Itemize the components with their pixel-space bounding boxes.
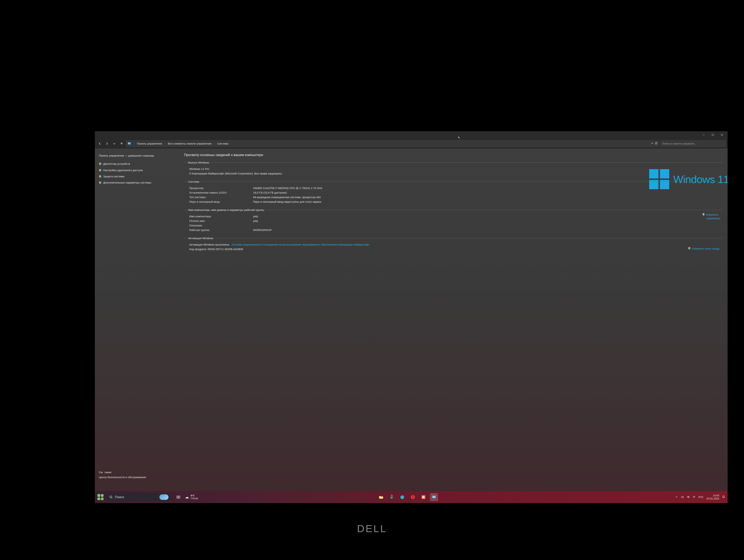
link-text: Изменить ключ проду [692, 247, 719, 250]
start-button[interactable] [98, 494, 104, 500]
sidebar-link-advanced[interactable]: Дополнительные параметры системы [99, 180, 175, 185]
forward-button[interactable] [104, 141, 110, 147]
refresh-button[interactable] [655, 142, 657, 145]
svg-rect-13 [379, 497, 383, 499]
chevron-right-icon: › [133, 143, 136, 145]
monitor-brand: DELL [357, 523, 387, 534]
time: 14:05 [706, 494, 719, 497]
svg-rect-24 [432, 496, 436, 498]
microsoft-store-icon[interactable] [388, 493, 396, 501]
close-button[interactable] [718, 132, 726, 138]
svg-rect-1 [712, 134, 714, 136]
activation-status: Активация Windows выполнена [189, 243, 229, 246]
svg-rect-26 [434, 496, 435, 497]
taskbar-left: Поиск ☁ 6°C Cloudy [98, 493, 198, 501]
label: Перо и сенсорный ввод: [189, 200, 253, 203]
sidebar-link-device-manager[interactable]: Диспетчер устройств [99, 161, 175, 166]
sidebar-link-remote[interactable]: Настройка удаленного доступа [99, 168, 175, 173]
breadcrumb-segment[interactable]: Панель управления [136, 142, 163, 146]
value: 16,0 ГБ (15,9 ГБ доступно) [253, 191, 722, 194]
control-panel-icon [127, 142, 131, 146]
svg-rect-18 [392, 498, 393, 498]
content: Просмотр основных сведений о вашем компь… [179, 149, 728, 491]
shield-icon [702, 213, 705, 217]
wifi-icon[interactable] [693, 495, 696, 499]
task-view-button[interactable] [174, 493, 182, 501]
window: ↖ › Панель управления [95, 131, 728, 503]
sidebar-link-label: Дополнительные параметры системы [103, 181, 151, 185]
change-product-key-link[interactable]: Изменить ключ проду [688, 247, 719, 251]
value: Перо и сенсорный ввод недоступны для это… [253, 200, 722, 203]
group-title: Активация Windows [188, 237, 215, 240]
svg-rect-17 [391, 498, 392, 498]
change-settings-link[interactable]: Изменить параметры [702, 213, 720, 220]
sidebar-link-protection[interactable]: Защита системы [99, 174, 175, 179]
onedrive-icon[interactable] [681, 495, 684, 499]
weather-widget[interactable]: ☁ 6°C Cloudy [185, 494, 198, 500]
breadcrumb-segment[interactable]: Система [217, 142, 229, 146]
value [253, 224, 722, 227]
chevron-right-icon: › [213, 143, 216, 145]
see-also: См. также Центр безопасности и обслужива… [99, 471, 175, 486]
up-button[interactable] [118, 141, 125, 147]
maximize-button[interactable] [709, 132, 717, 138]
language-indicator[interactable]: РУС [698, 496, 704, 498]
label: Тип системы: [189, 196, 253, 199]
copyright: © Корпорация Майкрософт (Microsoft Corpo… [189, 172, 722, 175]
edge-icon[interactable] [398, 493, 406, 501]
product-id-label: Код продукта: [189, 247, 207, 251]
opera-icon[interactable] [409, 493, 417, 501]
svg-rect-25 [433, 496, 434, 497]
navbar: › Панель управления › Все элементы панел… [95, 138, 728, 149]
back-button[interactable] [97, 141, 103, 147]
app-icon[interactable] [419, 493, 427, 501]
control-panel-home-link[interactable]: Панель управления — домашняя страница [99, 154, 175, 158]
group-computer-name: Имя компьютера, имя домена и параметры р… [184, 208, 722, 236]
search-highlight-icon [159, 494, 169, 500]
value: yety [253, 215, 722, 218]
label: Полное имя: [189, 219, 253, 223]
group-title: Имя компьютера, имя домена и параметры р… [188, 208, 266, 211]
label: Процессор: [189, 187, 253, 190]
weather-desc: Cloudy [191, 497, 198, 500]
label: Имя компьютера: [189, 215, 253, 218]
sidebar-link-label: Диспетчер устройств [103, 162, 130, 166]
notifications-icon[interactable] [722, 495, 725, 499]
search-icon [109, 495, 113, 499]
date: 02.01.2024 [706, 497, 719, 500]
control-panel-taskbar-icon[interactable] [430, 493, 438, 501]
group-system: Система Процессор:Intel(R) Core(TM) i7-6… [184, 180, 722, 207]
svg-rect-9 [177, 496, 178, 497]
license-terms-link[interactable]: Условия лицензионного соглашения на испо… [232, 243, 370, 246]
address-bar[interactable]: › Панель управления › Все элементы панел… [126, 141, 659, 147]
taskbar-right: РУС 14:05 02.01.2024 [675, 494, 725, 500]
minimize-button[interactable] [700, 132, 708, 138]
value: yety [253, 219, 722, 223]
svg-rect-11 [177, 497, 178, 498]
svg-rect-5 [128, 143, 129, 143]
breadcrumb-segment[interactable]: Все элементы панели управления [167, 142, 212, 146]
volume-icon[interactable] [687, 495, 690, 499]
see-also-link[interactable]: Центр безопасности и обслуживания [99, 476, 175, 479]
see-also-header: См. также [99, 471, 175, 474]
recent-dropdown[interactable] [111, 141, 117, 147]
svg-rect-23 [422, 496, 424, 498]
product-id: 00342-50711-30208-AAOEM [208, 247, 243, 251]
clock[interactable]: 14:05 02.01.2024 [706, 494, 719, 500]
titlebar [95, 131, 728, 138]
label: Установленная память (ОЗУ): [189, 191, 253, 194]
weather-icon: ☁ [185, 495, 189, 499]
shield-icon [99, 175, 102, 178]
label: Описание: [189, 224, 253, 227]
address-dropdown[interactable] [651, 142, 654, 145]
value: Intel(R) Core(TM) i7-6820HQ CPU @ 2.70GH… [253, 187, 722, 190]
shield-icon [99, 181, 102, 184]
sidebar: Панель управления — домашняя страница Ди… [95, 149, 179, 491]
group-activation: Активация Windows Активация Windows выпо… [184, 237, 722, 255]
svg-point-21 [412, 496, 414, 499]
tray-chevron-icon[interactable] [675, 495, 678, 499]
file-explorer-icon[interactable] [377, 493, 385, 501]
taskbar-search[interactable]: Поиск [106, 493, 172, 501]
weather-temp: 6°C [191, 494, 198, 497]
search-input[interactable]: Поиск в панели управлен... [660, 141, 726, 147]
